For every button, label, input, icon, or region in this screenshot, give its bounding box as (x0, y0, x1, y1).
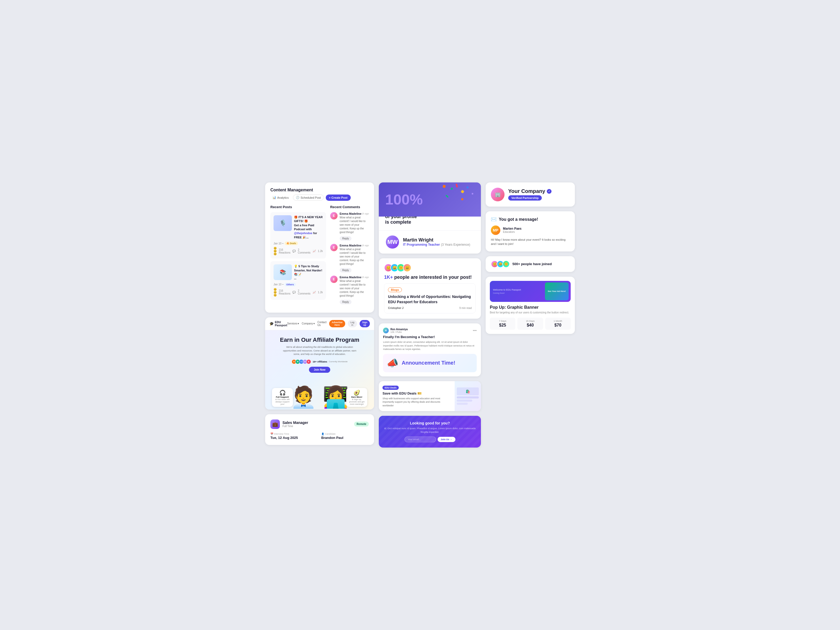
newsletter-email-input[interactable] (404, 437, 436, 442)
reply-button[interactable]: Reply (339, 300, 352, 304)
sender-name: Marten Paes (503, 227, 522, 231)
message-header: ✉️ You got a message! (491, 216, 570, 222)
post-title: 💡 5 Tips to Study Smarter, Not Harder! 📚… (294, 264, 323, 281)
pricing-1month: 1 Month $70 (545, 317, 571, 330)
create-post-button[interactable]: + Create Post (326, 194, 351, 201)
message-sender: MP Marten Paes Educators (491, 226, 570, 235)
profile-experience: (3 Years Experience) (441, 243, 470, 246)
joined-avatar: 🙂 (502, 261, 510, 268)
company-name: Your Company ✓ (508, 188, 551, 194)
post-tag: Others (284, 283, 296, 286)
popup-sub: Best for targeting any of our users & cu… (490, 311, 571, 314)
blog-meta: Cristopher J 9 min read (388, 306, 472, 309)
deals-preview-image: 🛍️ (457, 387, 479, 395)
deals-body: Shop with businesses who support educati… (382, 397, 451, 408)
profile-avatar: MW (385, 235, 400, 249)
comments-count: 2 Comments (298, 248, 310, 254)
join-now-button[interactable]: Join Now (309, 367, 330, 373)
verified-checkmark-icon: ✓ (547, 189, 551, 194)
reactions-count: 216 Reactions (279, 289, 291, 295)
price-value-month: $70 (547, 323, 568, 328)
newsletter-join-button[interactable]: Join Us → (437, 437, 455, 442)
newsletter-card: Looking good for you? Id. Orci volutpat … (379, 416, 481, 448)
more-options-icon[interactable]: ••• (473, 328, 477, 333)
popup-inner-banner: See Your Ad Here! (545, 283, 568, 300)
price-label-7: 7 Days (492, 320, 513, 322)
pricing-7days: 7 Days $25 (490, 317, 515, 330)
popup-preview: Welcome to EDU Passport Coming Soon! See… (490, 281, 571, 302)
signup-button[interactable]: Sign up (360, 320, 370, 327)
joined-text: 500+ people have joined (512, 262, 552, 266)
affiliate-avatar: E (306, 359, 311, 364)
edu-deals-left: EDU Deals Save with EDU Deals 🎫 Shop wit… (379, 381, 455, 411)
recent-comments-title: Recent Comments (330, 205, 369, 209)
reply-button[interactable]: Reply (339, 236, 352, 241)
profile-banner: 100% (379, 182, 481, 216)
login-button[interactable]: Log in (348, 320, 357, 327)
post-title: 🎁 IT'S A NEW YEAR GIFTS! 🎁 Get a free Pa… (294, 215, 323, 239)
blog-author: Cristopher J (388, 306, 403, 309)
deals-preview-bar (457, 396, 479, 398)
advertise-button[interactable]: Advertise Here (329, 320, 345, 327)
interested-avatars: 😊 😄 🙂 😃 (384, 264, 476, 272)
company-nav-link[interactable]: Company ▾ (302, 322, 315, 325)
content-management-card: Content Management 📊 Analytics 🕐 Schedul… (265, 182, 374, 313)
message-card: ✉️ You got a message! MP Marten Paes Edu… (486, 211, 575, 251)
interested-card: 😊 😄 🙂 😃 1K+ people are interested in you… (379, 258, 481, 319)
person-male-icon: 🧑‍💼 (291, 385, 317, 409)
popup-banner-card: Welcome to EDU Passport Coming Soon! See… (486, 277, 575, 334)
post-item[interactable]: 🎙️ 🎁 IT'S A NEW YEAR GIFTS! 🎁 Get a free… (270, 212, 326, 259)
comment-text: Wow what a great content! I would like t… (339, 216, 369, 234)
price-value-7: $25 (492, 323, 513, 328)
candidate-label: 👤 Candidate (321, 433, 369, 435)
post-user-row: R Ren Amamiya 12k • Pubs ••• (383, 328, 477, 333)
announcement-text: Announcement Time! (402, 360, 455, 366)
deals-preview-bar (457, 399, 472, 402)
reactions-icon: 😊😊😊 (273, 247, 277, 256)
sender-role: Educators (503, 231, 522, 234)
post-user-subs: 12k • Pubs (390, 331, 408, 333)
contact-nav-link[interactable]: Contact Us (317, 321, 326, 327)
verified-partnership-badge: Verified Partnership (508, 195, 542, 201)
sales-details: 📅 Interview Time Tue, 12 Aug 2025 👤 Cand… (270, 433, 369, 440)
edu-hero: Earn in Our Affiliate Program We're all … (265, 330, 374, 409)
price-label-15: 15 Days (519, 320, 541, 322)
profile-role: IT Programming Teacher (403, 243, 440, 246)
sales-header: 💼 Sales Manager Full Time Remote (270, 420, 369, 429)
price-value-15: $40 (519, 323, 541, 328)
sales-manager-card: 💼 Sales Manager Full Time Remote 📅 Inter… (265, 414, 374, 445)
recent-comments-section: Recent Comments E Emma Madeline 1h ago W… (330, 205, 369, 307)
recent-posts-title: Recent Posts (270, 205, 326, 209)
edu-hero-title: Earn in Our Affiliate Program (269, 336, 370, 343)
remote-badge: Remote (354, 422, 369, 426)
people-joined-card: 😊 😄 🙂 500+ people have joined (486, 256, 575, 272)
read-time: 9 min read (459, 306, 472, 309)
profile-complete-card: 100% of your profile is complete (379, 182, 481, 254)
support-bubble: 🎧 Full Support! & Our team will always s… (272, 388, 293, 407)
post-date: Jan 10 (273, 283, 281, 286)
post-tag: 🔥 Deals (284, 242, 298, 245)
post-headline: Finally I'm Becoming a Teacher! (383, 335, 477, 339)
affiliates-count: 16+ Affiliates (313, 360, 327, 363)
company-verified-card: 🏢 Your Company ✓ Verified Partnership (486, 182, 575, 207)
commenter-name: Emma Madeline (339, 212, 362, 215)
reactions-count: 216 Reactions (279, 248, 291, 254)
analytics-button[interactable]: 📊 Analytics (270, 195, 291, 200)
scheduled-post-button[interactable]: 🕐 Scheduled Post (293, 194, 324, 201)
comments-count: 2 Comments (298, 289, 310, 295)
views-count: 1.2k (318, 249, 323, 253)
deals-tag: EDU Deals (382, 385, 399, 390)
person-female-icon: 👩‍💻 (323, 385, 349, 409)
cm-title: Content Management (270, 188, 313, 193)
views-count: 1.2k (318, 291, 323, 294)
post-body-text: Lorem ipsum dolor sit amet, consectetur … (383, 341, 477, 351)
comment-text: Wow what a great content! I would like t… (339, 279, 369, 298)
deals-preview-bar (457, 403, 468, 405)
services-nav-link[interactable]: Services ▾ (287, 322, 299, 325)
sales-type: Full Time (283, 425, 308, 428)
post-item[interactable]: 📚 💡 5 Tips to Study Smarter, Not Harder!… (270, 261, 326, 300)
reply-button[interactable]: Reply (339, 268, 352, 273)
newsletter-sub: Id. Orci volutpat nunc id quam. Phasellu… (384, 427, 476, 434)
analytics-icon: 📊 (273, 196, 276, 199)
commenter-name: Emma Madeline (339, 244, 362, 247)
